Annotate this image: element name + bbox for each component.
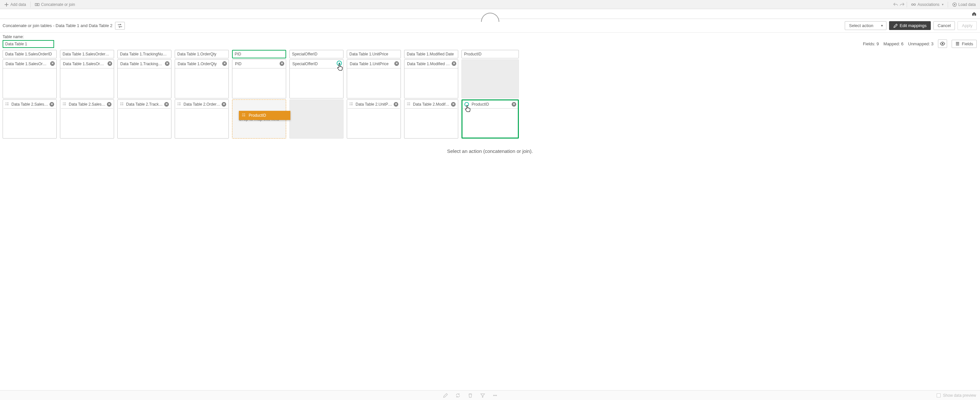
field-pill-label: Data Table 2.SalesOr… — [11, 102, 52, 107]
apply-label: Apply — [962, 23, 972, 28]
cancel-button[interactable]: Cancel — [933, 21, 955, 30]
home-icon[interactable] — [972, 11, 977, 16]
edit-mappings-button[interactable]: Edit mappings — [889, 21, 931, 30]
field-pill-label: Data Table 2.SalesOr… — [69, 102, 110, 107]
mapping-column: Data Table 1.UnitPrice Data Table 1.Unit… — [347, 50, 401, 139]
mapping-indicator-icon[interactable] — [337, 61, 342, 66]
grip-icon — [242, 113, 246, 117]
undo-icon[interactable] — [893, 2, 898, 7]
mapping-slot-row1[interactable]: Data Table 1.UnitPrice✕ — [347, 59, 401, 99]
remove-icon[interactable]: ✕ — [50, 61, 55, 66]
remove-icon[interactable]: ✕ — [165, 61, 169, 66]
mapping-slot-empty[interactable] — [290, 99, 344, 139]
mapping-slot-row2[interactable]: Data Table 2.Trackin…✕ — [117, 99, 172, 139]
column-header-input[interactable]: SpecialOfferID — [290, 50, 344, 58]
mapping-slot-row1[interactable]: PID✕ — [232, 59, 286, 99]
mapping-slot-row2[interactable]: ProductID ✕ — [461, 99, 519, 139]
mapping-slot-row1[interactable]: Data Table 1.SalesOrder…✕ — [60, 59, 114, 99]
edit-mappings-label: Edit mappings — [900, 23, 927, 28]
grip-icon[interactable] — [6, 102, 10, 106]
remove-icon[interactable]: ✕ — [452, 61, 456, 66]
remove-icon[interactable]: ✕ — [451, 102, 456, 107]
field-pill-label: Data Table 1.SalesOrderID — [6, 62, 52, 66]
concat-join-label: Concatenate or join — [41, 2, 75, 7]
unmapped-count: Unmapped: 3 — [908, 41, 933, 46]
swap-tables-button[interactable] — [115, 22, 125, 30]
mapping-slot-row1[interactable]: Data Table 1.TrackingNu…✕ — [117, 59, 172, 99]
remove-icon[interactable]: ✕ — [49, 102, 54, 107]
remove-icon[interactable]: ✕ — [395, 61, 399, 66]
drop-target[interactable]: Drop to map this field ProductID — [232, 99, 286, 139]
mapping-slot-row1[interactable]: Data Table 1.Modified Date✕ — [404, 59, 458, 99]
select-action-dropdown[interactable]: Select action ▼ — [845, 21, 886, 30]
dropdown-triangle-icon: ▼ — [881, 24, 883, 27]
top-toolbar: Add data Concatenate or join Association… — [0, 0, 980, 9]
mapping-slot-row2[interactable]: Data Table 2.Modifie…✕ — [404, 99, 458, 139]
mapping-column: Data Table 1.Modified Date Data Table 1.… — [404, 50, 458, 139]
add-data-label: Add data — [10, 2, 26, 7]
associations-button[interactable]: Associations ▾ — [909, 1, 945, 8]
mapping-column: Data Table 1.OrderQty Data Table 1.Order… — [175, 50, 229, 139]
grip-icon[interactable] — [120, 102, 124, 106]
grip-icon[interactable] — [63, 102, 67, 106]
column-header-input[interactable]: Data Table 1.OrderQty — [175, 50, 229, 58]
mapping-slot-row2[interactable]: Data Table 2.SalesOr…✕ — [60, 99, 114, 139]
mapping-indicator-icon — [465, 102, 469, 107]
plus-icon — [4, 2, 9, 7]
field-pill-label: Data Table 1.UnitPrice — [350, 62, 388, 66]
svg-point-5 — [942, 43, 943, 44]
column-header-input[interactable]: Data Table 1.SalesOrderDetailID — [60, 50, 114, 58]
mapping-column-specialoffer: SpecialOfferID SpecialOfferID — [290, 50, 344, 139]
svg-rect-0 — [35, 3, 37, 6]
remove-icon[interactable]: ✕ — [394, 102, 398, 107]
mapping-slot-row1[interactable]: SpecialOfferID — [290, 59, 344, 99]
column-header-input[interactable]: Data Table 1.TrackingNumber — [117, 50, 172, 58]
table-name-input[interactable] — [3, 40, 54, 48]
dragging-field-chip[interactable]: ProductID — [239, 111, 290, 120]
mapping-slot-row1[interactable]: Data Table 1.OrderQty✕ — [175, 59, 229, 99]
mapping-slot-row1[interactable]: Data Table 1.SalesOrderID✕ — [3, 59, 57, 99]
sub-bar: Table name: Fields: 9 Mapped: 6 Unmapped… — [0, 33, 980, 50]
remove-icon[interactable]: ✕ — [164, 102, 169, 107]
redo-icon[interactable] — [899, 2, 905, 7]
add-data-button[interactable]: Add data — [2, 1, 29, 8]
mapping-slot-row2[interactable]: Data Table 2.UnitPrice✕ — [347, 99, 401, 139]
field-pill-label: ProductID — [472, 102, 489, 107]
separator — [948, 2, 948, 8]
column-header-input[interactable]: ProductID — [461, 50, 519, 58]
mapping-column-productid: ProductID ProductID ✕ — [461, 50, 519, 139]
mapping-slot-row2[interactable]: Data Table 2.OrderQty✕ — [175, 99, 229, 139]
field-pill-label: Data Table 1.TrackingNu… — [120, 62, 167, 66]
mapping-column: Data Table 1.SalesOrderID Data Table 1.S… — [3, 50, 57, 139]
fields-label: Fields — [962, 41, 973, 46]
grip-icon[interactable] — [178, 102, 181, 106]
column-header-input[interactable]: Data Table 1.SalesOrderID — [3, 50, 57, 58]
column-header-input[interactable]: PID — [232, 50, 286, 58]
eye-icon — [940, 41, 945, 46]
select-action-label: Select action — [849, 23, 873, 28]
column-header-input[interactable]: Data Table 1.UnitPrice — [347, 50, 401, 58]
remove-icon[interactable]: ✕ — [280, 61, 284, 66]
table-name-label: Table name: — [3, 35, 54, 39]
fields-menu-button[interactable]: Fields — [951, 40, 977, 48]
expand-handle[interactable] — [481, 13, 499, 22]
field-pill-label: Data Table 2.Trackin… — [126, 102, 165, 107]
preview-toggle-button[interactable] — [938, 40, 947, 48]
drag-chip-label: ProductID — [249, 113, 266, 118]
remove-icon[interactable]: ✕ — [222, 61, 227, 66]
grip-icon[interactable] — [350, 102, 353, 106]
remove-icon[interactable]: ✕ — [512, 102, 516, 107]
svg-rect-1 — [38, 3, 39, 6]
mapping-slot-row2[interactable]: Data Table 2.SalesOr…✕ — [3, 99, 57, 139]
mapping-slot-empty[interactable] — [461, 59, 519, 99]
remove-icon[interactable]: ✕ — [222, 102, 226, 107]
swap-icon — [117, 24, 123, 28]
concat-join-button[interactable]: Concatenate or join — [33, 1, 77, 8]
load-data-button[interactable]: Load data — [950, 1, 978, 8]
remove-icon[interactable]: ✕ — [108, 61, 112, 66]
field-pill-label: PID — [235, 62, 242, 66]
remove-icon[interactable]: ✕ — [107, 102, 111, 107]
mapping-column: Data Table 1.SalesOrderDetailID Data Tab… — [60, 50, 114, 139]
grip-icon[interactable] — [407, 102, 411, 106]
column-header-input[interactable]: Data Table 1.Modified Date — [404, 50, 458, 58]
